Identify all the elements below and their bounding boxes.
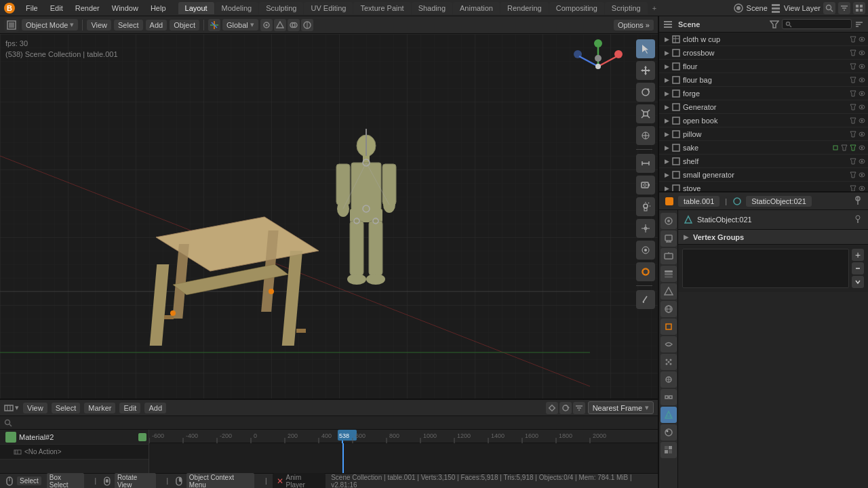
- filter-icon4[interactable]: [850, 77, 856, 83]
- tab-object-data[interactable]: [660, 407, 677, 423]
- menu-window[interactable]: Window: [106, 3, 144, 14]
- filter-icon2[interactable]: [850, 49, 856, 56]
- filter-icon6[interactable]: [850, 104, 856, 110]
- vertex-groups-list[interactable]: [682, 249, 849, 288]
- eye-icon5[interactable]: [859, 90, 865, 97]
- outliner-item-crossbow[interactable]: ▶ crossbow: [659, 46, 868, 60]
- viewport-mode-icon[interactable]: [4, 18, 19, 32]
- keyframe-icon[interactable]: [546, 402, 558, 414]
- tab-output[interactable]: [660, 248, 677, 264]
- search-icon[interactable]: [823, 2, 835, 14]
- eye-icon10[interactable]: [859, 158, 865, 165]
- transform-orientation[interactable]: Global ▾: [222, 19, 258, 30]
- camera-icon-button[interactable]: [636, 176, 655, 195]
- layout-icon[interactable]: [853, 2, 865, 14]
- workspace-scripting[interactable]: Scripting: [605, 2, 648, 14]
- outliner-item-shelf[interactable]: ▶ shelf: [659, 155, 868, 168]
- nearest-frame-dropdown[interactable]: Nearest Frame ▾: [588, 401, 654, 414]
- object-menu[interactable]: Object: [170, 20, 199, 30]
- constraint-icon[interactable]: [832, 144, 839, 151]
- outliner-item-sake[interactable]: ▶ sake: [659, 141, 868, 155]
- outliner-search-input[interactable]: [794, 20, 848, 28]
- force-icon-button[interactable]: [636, 262, 655, 281]
- filter-icon3[interactable]: [850, 63, 856, 70]
- workspace-animation[interactable]: Animation: [453, 2, 500, 14]
- view-menu[interactable]: View: [87, 20, 111, 30]
- eye-icon3[interactable]: [859, 63, 865, 70]
- view-layer-label[interactable]: View Layer: [784, 4, 821, 12]
- transform-axes-icon[interactable]: [208, 19, 220, 31]
- overlay-icon[interactable]: [288, 19, 300, 31]
- workspace-compositing[interactable]: Compositing: [549, 2, 604, 14]
- eye-icon12[interactable]: [859, 185, 865, 192]
- tab-texture[interactable]: [660, 442, 677, 458]
- vg-remove-button[interactable]: [852, 262, 864, 274]
- lamp-icon-button[interactable]: [636, 197, 655, 216]
- tab-particles[interactable]: [660, 354, 677, 370]
- menu-file[interactable]: File: [20, 3, 43, 14]
- measure-tool-button[interactable]: [636, 154, 655, 173]
- eye-icon7[interactable]: [859, 117, 865, 124]
- menu-edit[interactable]: Edit: [45, 3, 68, 14]
- outliner-item-small-generator[interactable]: ▶ small generator: [659, 168, 868, 182]
- outliner-item-flour[interactable]: ▶ flour: [659, 60, 868, 73]
- outliner-item-open-book[interactable]: ▶ open book: [659, 114, 868, 127]
- vg-add-button[interactable]: +: [852, 249, 864, 261]
- tab-object[interactable]: [660, 319, 677, 335]
- tab-constraints[interactable]: [660, 389, 677, 405]
- object-mode-dropdown[interactable]: Object Mode ▾: [22, 19, 78, 30]
- origin-icon-button[interactable]: [636, 241, 655, 260]
- timeline-marker-menu[interactable]: Marker: [84, 403, 115, 413]
- workspace-uv-editing[interactable]: UV Editing: [304, 2, 353, 14]
- outliner-item-flour-bag[interactable]: ▶ flour bag: [659, 73, 868, 87]
- timeline-view-menu[interactable]: View: [23, 403, 47, 413]
- annotate-icon-button[interactable]: [636, 290, 655, 309]
- eye-icon9[interactable]: [859, 144, 865, 151]
- menu-help[interactable]: Help: [145, 3, 172, 14]
- timeline-edit-menu[interactable]: Edit: [119, 403, 140, 413]
- timeline-add-menu[interactable]: Add: [144, 403, 166, 413]
- tab-view-layer[interactable]: [660, 266, 677, 282]
- workspace-texture-paint[interactable]: Texture Paint: [353, 2, 410, 14]
- outliner-item-generator[interactable]: ▶ Generator: [659, 100, 868, 114]
- workspace-sculpting[interactable]: Sculpting: [259, 2, 303, 14]
- tab-world[interactable]: [660, 301, 677, 317]
- viewport-canvas[interactable]: fps: 30 (538) Scene Collection | table.0…: [0, 34, 658, 399]
- workspace-shading[interactable]: Shading: [412, 2, 452, 14]
- filter-icon9[interactable]: [841, 144, 848, 151]
- rotate-tool-button[interactable]: [636, 83, 655, 102]
- workspace-add-button[interactable]: +: [648, 3, 660, 14]
- sync-icon[interactable]: [559, 402, 572, 414]
- tab-physics[interactable]: [660, 371, 677, 388]
- track-expand-icon[interactable]: [136, 431, 149, 443]
- scale-tool-button[interactable]: [636, 104, 655, 123]
- timeline-ruler-area[interactable]: -600 -400 -200 0 200: [149, 430, 658, 473]
- outliner-item-stove[interactable]: ▶ stove: [659, 182, 868, 191]
- workspace-rendering[interactable]: Rendering: [500, 2, 549, 14]
- tab-render[interactable]: [660, 230, 677, 247]
- tab-modifiers[interactable]: [660, 336, 677, 352]
- filter-icon[interactable]: [838, 2, 850, 14]
- eye-icon[interactable]: [859, 36, 865, 43]
- eye-icon8[interactable]: [859, 131, 865, 138]
- outliner-filter-icon[interactable]: [770, 20, 779, 29]
- filter-icon7[interactable]: [850, 117, 856, 124]
- select-menu[interactable]: Select: [114, 20, 143, 30]
- workspace-layout[interactable]: Layout: [178, 2, 214, 14]
- scene-label[interactable]: Scene: [747, 4, 768, 12]
- tab-scene2[interactable]: [660, 283, 677, 300]
- workspace-modeling[interactable]: Modeling: [215, 2, 259, 14]
- props-pin-icon[interactable]: [853, 196, 863, 207]
- outliner-item-cloth-w-cup[interactable]: ▶ cloth w cup: [659, 33, 868, 46]
- filter-timeline-icon[interactable]: [573, 402, 585, 414]
- options-button[interactable]: Options »: [614, 20, 654, 30]
- menu-render[interactable]: Render: [70, 3, 105, 14]
- filter-icon5[interactable]: [850, 90, 856, 97]
- filter-icon12[interactable]: [850, 185, 856, 192]
- add-menu[interactable]: Add: [146, 20, 167, 30]
- tab-scene[interactable]: [660, 213, 677, 229]
- vertex-groups-header[interactable]: ▶ Vertex Groups: [678, 230, 868, 245]
- select-tool-button[interactable]: [636, 39, 655, 58]
- proportional-icon[interactable]: [301, 19, 313, 31]
- eye-icon4[interactable]: [859, 77, 865, 83]
